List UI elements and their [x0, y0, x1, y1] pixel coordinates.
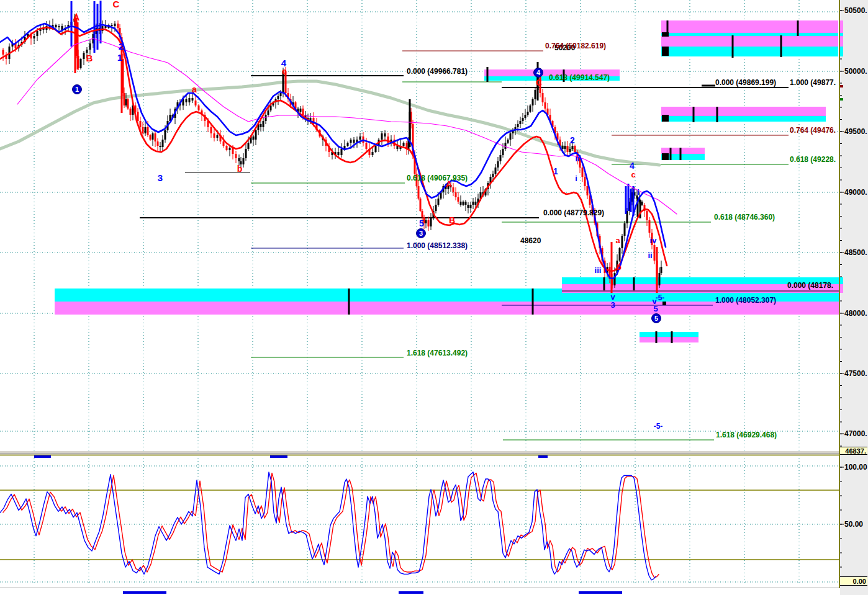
candle-block: [662, 32, 669, 37]
osc-axis-label: 100.00: [844, 463, 867, 472]
candle-block: [662, 115, 669, 122]
wave-label: ii: [648, 251, 652, 260]
wave-label: 3: [610, 300, 615, 310]
wave-label: A: [73, 12, 80, 22]
fib-label: 0.618 (48746.360): [714, 213, 775, 221]
trading-chart-window: 502000.764 (50182.619)0.000 (49966.781)0…: [0, 0, 868, 595]
price-axis-label: 50000.: [844, 67, 867, 76]
wave-label: B: [449, 215, 455, 225]
wave-label: 3: [158, 172, 163, 183]
price-axis-label: 48500.: [844, 248, 867, 257]
fib-label: 1.000 (49877.: [790, 78, 836, 87]
fib-label: 1.000 (48512.338): [407, 241, 468, 250]
signal-bar-bottom: [123, 591, 166, 594]
price-axis-label: 47500.: [844, 369, 867, 378]
sr-band: [661, 20, 838, 33]
wave-label: i: [575, 174, 577, 183]
wave-label: a: [192, 84, 197, 94]
fib-label: 48620: [520, 236, 541, 245]
price-axis-label: 50500.: [844, 6, 867, 15]
fib-label: 0.618 (49228.: [790, 155, 836, 164]
fib-label: 1.618 (47613.492): [407, 349, 468, 357]
oscillator-current-tag: 0.00: [840, 576, 867, 586]
wave-label: c: [282, 66, 287, 76]
price-axis-label: 48000.: [844, 309, 867, 318]
fib-label: 0.764 (49476.: [790, 126, 836, 135]
fib-label: 0.000 (48178.: [787, 281, 833, 290]
sr-band: [661, 107, 826, 116]
axis-edge-mark: [840, 85, 843, 87]
axis-edge-mark: [840, 277, 843, 284]
wave-label: c: [631, 170, 635, 179]
fib-label: 0.000 (48779.829): [543, 208, 604, 217]
panel-separator: [0, 450, 868, 455]
wave-label: b: [617, 262, 622, 272]
price-axis: 50500.50000.49500.49000.48500.48000.4750…: [839, 0, 868, 595]
signal-bar-top: [270, 455, 287, 458]
sr-band: [661, 36, 838, 47]
wave-label: iii: [595, 266, 602, 275]
candle-block: [662, 153, 669, 160]
sr-band: [640, 332, 698, 337]
wave-label: b: [237, 164, 243, 174]
wave-label: 1: [553, 166, 558, 176]
price-axis-label: 49500.: [844, 127, 867, 136]
price-chart-canvas[interactable]: 502000.764 (50182.619)0.000 (49966.781)0…: [0, 0, 868, 595]
axis-edge-mark: [840, 33, 843, 36]
sr-band: [640, 337, 698, 342]
wave-label: 5: [419, 218, 424, 228]
wave-label: ii: [575, 154, 579, 163]
circled-wave-number: 4: [536, 69, 541, 76]
axis-edge-mark: [840, 284, 843, 293]
circled-wave-number: 5: [654, 315, 658, 322]
fib-label: 0.618 (49067.935): [407, 174, 468, 182]
sr-band: [661, 116, 826, 122]
fib-label: 0.764 (50182.619): [545, 42, 606, 50]
fib-label: 1.000 (48052.307): [715, 296, 776, 305]
axis-edge-mark: [840, 47, 843, 56]
candle-block: [662, 47, 669, 56]
wave-label: i: [637, 187, 640, 197]
oscillator-panel-bg: [0, 455, 839, 595]
wave-label: 4: [630, 161, 635, 171]
sr-band: [661, 148, 705, 154]
fib-label: 0.000 (49966.781): [407, 67, 468, 76]
wave-label: a: [615, 236, 620, 245]
wave-label: A: [446, 179, 452, 189]
wave-label: 5: [653, 304, 658, 313]
wave-label: 2: [570, 135, 575, 145]
signal-bar-bottom: [399, 591, 423, 594]
axis-edge-mark: [840, 98, 843, 101]
price-axis-label: 47000.: [844, 429, 867, 438]
axis-edge-mark: [840, 36, 843, 47]
sr-band: [661, 47, 838, 56]
signal-bar-top: [538, 455, 548, 458]
osc-axis-label: 50.00: [844, 520, 863, 529]
wave-label: -5-: [656, 293, 665, 302]
signal-bar-top: [34, 455, 51, 458]
wave-label: C: [536, 78, 542, 87]
wave-label: -5-: [654, 422, 663, 431]
circled-wave-number: 1: [75, 86, 79, 93]
wave-label: iv: [650, 236, 658, 245]
signal-bar-bottom: [579, 591, 622, 594]
fib-label: 0.618 (49914.547): [549, 73, 610, 82]
fib-label: 1.618 (46929.468): [716, 431, 777, 439]
wave-label: B: [86, 53, 93, 63]
fib-label: 0.000 (49869.199): [715, 78, 776, 87]
circled-wave-number: 3: [419, 230, 423, 237]
wave-label: 1: [117, 52, 122, 63]
axis-bg: [840, 0, 868, 595]
wave-label: C: [113, 0, 120, 9]
price-axis-label: 49000.: [844, 188, 867, 197]
sr-band: [661, 33, 838, 36]
current-price-tag: 46837.: [840, 447, 867, 455]
axis-edge-mark: [840, 20, 843, 33]
wave-label: 2: [119, 41, 124, 51]
